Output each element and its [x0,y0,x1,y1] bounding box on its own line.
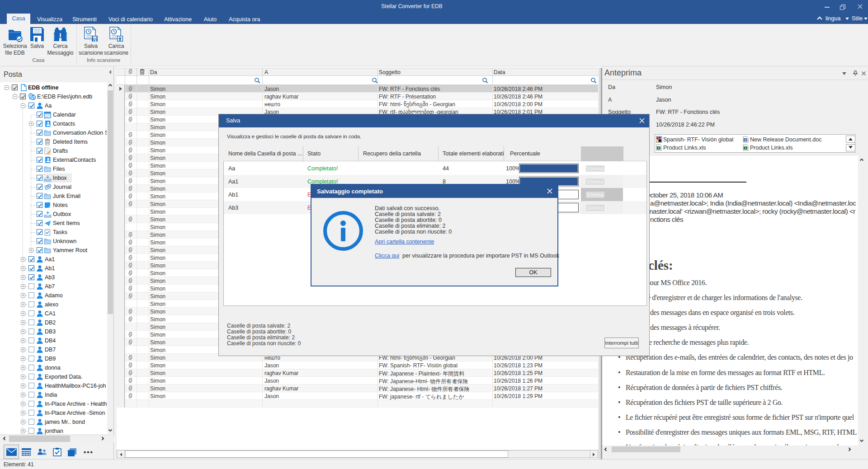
svg-text:W: W [744,138,747,141]
svg-text:X: X [658,146,660,150]
svg-text:X: X [745,146,747,150]
